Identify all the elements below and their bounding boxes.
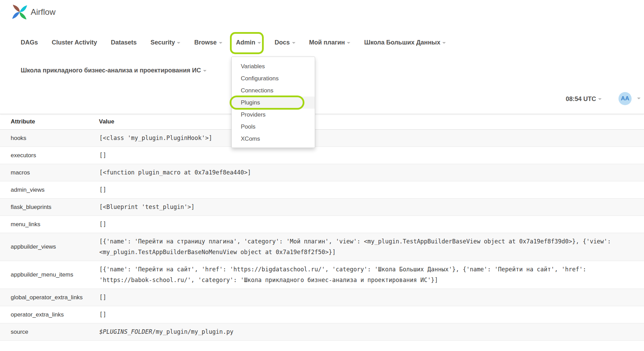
- nav-item-label: Мой плагин: [309, 39, 345, 46]
- nav-item-label: Admin: [236, 39, 255, 46]
- attribute-cell: admin_views: [0, 181, 99, 198]
- table-row: appbuilder_menu_items[{'name': 'Перейти …: [0, 261, 644, 289]
- value-cell: $PLUGINS_FOLDER/my_plugin/my_plugin.py: [99, 323, 644, 340]
- nav-item-label: DAGs: [21, 39, 38, 46]
- menu-item-variables[interactable]: Variables: [232, 60, 315, 72]
- table-row: executors[]: [0, 147, 644, 164]
- table-row: flask_blueprints[<Blueprint 'test_plugin…: [0, 198, 644, 215]
- value-cell: [<class 'my_plugin.PluginHook'>]: [99, 129, 644, 147]
- nav-item-label: Школа прикладного бизнес-анализа и проек…: [21, 67, 201, 74]
- attribute-cell: appbuilder_views: [0, 233, 99, 261]
- admin-dropdown-menu: VariablesConfigurationsConnectionsPlugin…: [231, 57, 315, 148]
- table-header-row: Attribute Value: [0, 114, 644, 129]
- nav-item-my-plugin[interactable]: Мой плагин: [302, 35, 358, 50]
- value-cell: []: [99, 306, 644, 323]
- chevron-down-icon: [442, 42, 446, 44]
- chevron-down-icon: [203, 70, 207, 72]
- table-row: admin_views[]: [0, 181, 644, 198]
- nav-item-label: Cluster Activity: [52, 39, 97, 46]
- attribute-cell: global_operator_extra_links: [0, 289, 99, 306]
- nav-item-label: Browse: [194, 39, 217, 46]
- attribute-cell: flask_blueprints: [0, 198, 99, 215]
- table-row: hooks[<class 'my_plugin.PluginHook'>]: [0, 129, 644, 147]
- menu-item-plugins[interactable]: Plugins: [232, 97, 315, 109]
- table-row: appbuilder_views[{'name': 'Перейти на ст…: [0, 233, 644, 261]
- airflow-brand[interactable]: Airflow: [12, 2, 56, 22]
- plugin-attributes-table: Attribute Value hooks[<class 'my_plugin.…: [0, 114, 644, 341]
- attribute-column-header: Attribute: [0, 114, 99, 129]
- attribute-cell: source: [0, 323, 99, 340]
- table-row: source$PLUGINS_FOLDER/my_plugin/my_plugi…: [0, 323, 644, 340]
- secondary-nav: Школа прикладного бизнес-анализа и проек…: [14, 63, 213, 78]
- menu-item-pools[interactable]: Pools: [232, 121, 315, 133]
- nav-item-label: Школа Больших Данных: [364, 39, 440, 46]
- nav-item-browse[interactable]: Browse: [187, 35, 229, 50]
- clock-label: 08:54 UTC: [566, 96, 596, 103]
- airflow-pinwheel-icon: [12, 2, 28, 22]
- table-row: menu_links[]: [0, 215, 644, 233]
- chevron-down-icon: [292, 42, 295, 44]
- nav-item-label: Docs: [275, 39, 290, 46]
- table-row: global_operator_extra_links[]: [0, 289, 644, 306]
- nav-item-security[interactable]: Security: [143, 35, 187, 50]
- chevron-down-icon: [347, 42, 350, 44]
- nav-item-babok-school[interactable]: Школа прикладного бизнес-анализа и проек…: [14, 63, 213, 78]
- nav-item-big-data-school[interactable]: Школа Больших Данных: [357, 35, 453, 50]
- nav-item-label: Datasets: [111, 39, 137, 46]
- plugins-highlight-annotation: [230, 96, 304, 110]
- avatar[interactable]: AA: [618, 92, 632, 105]
- attribute-cell: hooks: [0, 129, 99, 147]
- attribute-cell: executors: [0, 147, 99, 164]
- value-cell: [<Blueprint 'test_plugin'>]: [99, 198, 644, 215]
- nav-item-admin[interactable]: AdminVariablesConfigurationsConnectionsP…: [229, 35, 268, 50]
- menu-item-providers[interactable]: Providers: [232, 109, 315, 121]
- brand-name: Airflow: [31, 7, 56, 17]
- menu-item-connections[interactable]: Connections: [232, 84, 315, 97]
- value-cell: []: [99, 147, 644, 164]
- value-cell: []: [99, 289, 644, 306]
- menu-item-configurations[interactable]: Configurations: [232, 72, 315, 84]
- table-row: macros[<function plugin_macro at 0x7a19e…: [0, 164, 644, 181]
- clock-dropdown[interactable]: 08:54 UTC: [566, 96, 602, 103]
- nav-item-dags[interactable]: DAGs: [14, 35, 45, 50]
- nav-item-cluster-activity[interactable]: Cluster Activity: [45, 35, 104, 50]
- chevron-down-icon: [177, 42, 180, 44]
- attribute-cell: macros: [0, 164, 99, 181]
- chevron-down-icon: [598, 98, 602, 100]
- nav-item-docs[interactable]: Docs: [268, 35, 302, 50]
- value-column-header: Value: [99, 114, 644, 129]
- value-cell: [<function plugin_macro at 0x7a19ef8ea44…: [99, 164, 644, 181]
- value-cell: []: [99, 215, 644, 233]
- value-cell: [{'name': 'Перейти на страницу плагина',…: [99, 233, 644, 261]
- nav-item-datasets[interactable]: Datasets: [104, 35, 143, 50]
- table-row: operator_extra_links[]: [0, 306, 644, 323]
- user-menu-caret-icon[interactable]: [637, 98, 641, 99]
- attribute-cell: menu_links: [0, 215, 99, 233]
- attribute-cell: operator_extra_links: [0, 306, 99, 323]
- attribute-cell: appbuilder_menu_items: [0, 261, 99, 289]
- value-cell: []: [99, 181, 644, 198]
- menu-item-xcoms[interactable]: XComs: [232, 133, 315, 145]
- main-nav: DAGsCluster ActivityDatasetsSecurityBrow…: [14, 35, 453, 50]
- chevron-down-icon: [258, 42, 261, 44]
- nav-item-label: Security: [150, 39, 175, 46]
- value-cell: [{'name': 'Перейти на сайт', 'href': 'ht…: [99, 261, 644, 289]
- header-band: [0, 0, 644, 114]
- chevron-down-icon: [219, 42, 222, 44]
